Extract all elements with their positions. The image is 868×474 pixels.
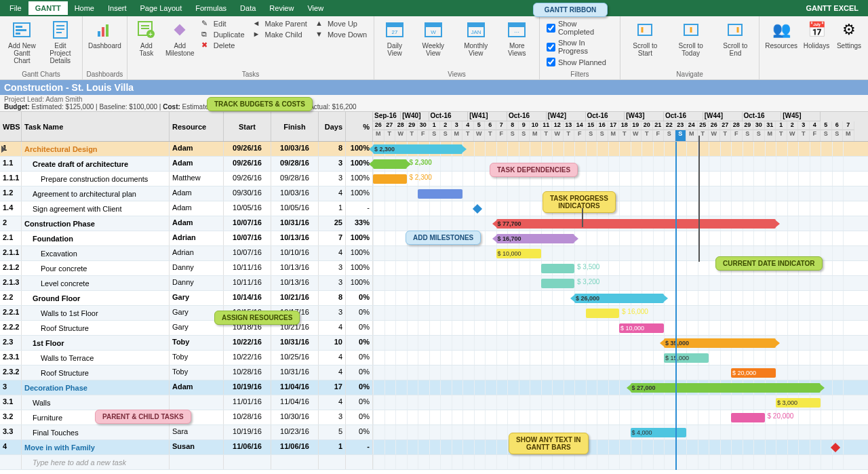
svg-rect-18: [387, 23, 403, 27]
ribbon-group-views: 27Daily ViewWWeekly ViewJANMonthly View⋯…: [374, 16, 540, 79]
task-row[interactable]: 1Architectural DesignAdam09/26/1610/03/1…: [0, 142, 868, 157]
gantt-bar[interactable]: $ 77,700: [496, 219, 776, 229]
ribbon-group-filters: Show Completed Show In Progress Show Pla…: [540, 16, 620, 79]
edit-project-details-button[interactable]: Edit ProjectDetails: [41, 18, 79, 66]
header-pct[interactable]: %: [346, 112, 373, 141]
svg-rect-8: [98, 31, 100, 37]
gantt-bar[interactable]: [541, 279, 575, 288]
gantt-bar[interactable]: [586, 309, 620, 318]
menu-item-home[interactable]: Home: [68, 1, 101, 15]
svg-rect-1: [16, 26, 22, 28]
add-gantt-chart-button[interactable]: Add NewGantt Chart: [3, 18, 41, 66]
move-down-button[interactable]: ▼Move Down: [315, 30, 367, 39]
calendar-icon: 27: [384, 19, 406, 41]
edit-task-button[interactable]: ✎Edit: [201, 19, 245, 28]
svg-rect-3: [16, 33, 20, 35]
menu-item-gantt[interactable]: GANTT: [28, 1, 68, 15]
callout-progress: TASK PROGRESSINDICATORS: [542, 191, 616, 213]
gantt-bar[interactable]: [373, 174, 407, 184]
calendar-icon: ⋯: [506, 19, 528, 41]
gantt-bar[interactable]: $ 27,000: [631, 383, 821, 393]
task-row[interactable]: Type here to add a new task: [0, 455, 868, 470]
milestone-icon: [169, 19, 191, 41]
callout-milestones: ADD MILESTONES: [406, 231, 481, 245]
make-parent-button[interactable]: ◄Make Parent: [253, 19, 307, 28]
scroll-start-button[interactable]: Scroll to Start: [623, 18, 667, 58]
header-start[interactable]: Start: [224, 112, 271, 141]
svg-rect-29: [638, 24, 652, 35]
svg-text:+: +: [149, 31, 153, 38]
task-row[interactable]: 2.3.2Roof StructureToby10/28/1610/31/164…: [0, 366, 868, 380]
task-row[interactable]: 4Move in with FamilySusan11/06/1611/06/1…: [0, 440, 868, 455]
gantt-bar[interactable]: $ 4,000: [631, 428, 687, 437]
menu-item-review[interactable]: Review: [262, 1, 300, 15]
filter-show-completed[interactable]: Show Completed: [547, 19, 613, 37]
holidays-icon: 📅: [806, 19, 827, 41]
task-row[interactable]: 2.2Ground FloorGary10/14/1610/21/1680%$ …: [0, 291, 868, 306]
task-row[interactable]: 1.1Create draft of architectureAdam09/26…: [0, 157, 868, 172]
gantt-bar[interactable]: $ 35,000: [664, 338, 776, 348]
duplicate-task-button[interactable]: ⧉Duplicate: [201, 30, 245, 39]
task-row[interactable]: 2.1.3Level concreteDanny10/11/1610/13/16…: [0, 276, 868, 291]
view-button-0[interactable]: 27Daily View: [377, 18, 412, 58]
gantt-bar[interactable]: $ 15,000: [664, 353, 709, 363]
task-row[interactable]: 2.2.2Roof StructureGary10/18/1610/21/164…: [0, 321, 868, 336]
svg-rect-16: [174, 24, 186, 36]
settings-button[interactable]: ⚙Settings: [833, 18, 865, 51]
parent-icon: ◄: [253, 19, 262, 28]
gantt-bar[interactable]: $ 10,000: [619, 323, 664, 333]
view-button-1[interactable]: WWeekly View: [412, 18, 454, 58]
menu-item-file[interactable]: File: [3, 1, 28, 15]
scroll-today-button[interactable]: Scroll to Today: [667, 18, 715, 58]
menu-item-formulas[interactable]: Formulas: [189, 1, 233, 15]
header-resource[interactable]: Resource: [170, 112, 224, 141]
gantt-bar[interactable]: [418, 189, 462, 199]
header-days[interactable]: Days: [319, 112, 346, 141]
menu-item-insert[interactable]: Insert: [101, 1, 134, 15]
filter-show-planned[interactable]: Show Planned: [547, 57, 613, 67]
task-row[interactable]: 2Construction PhaseAdam10/07/1610/31/162…: [0, 216, 868, 231]
task-row[interactable]: 1.2Agreement to architectural planAdam09…: [0, 186, 868, 201]
task-row[interactable]: 3.3Final TouchesSara10/19/1610/23/1650%$…: [0, 425, 868, 440]
task-row[interactable]: 3Decoration PhaseAdam10/19/1611/04/16170…: [0, 380, 868, 395]
menu-item-data[interactable]: Data: [233, 1, 262, 15]
task-row[interactable]: 2.31st FloorToby10/22/1610/31/16100%$ 35…: [0, 336, 868, 351]
delete-task-button[interactable]: ✖Delete: [201, 41, 245, 50]
gantt-bar[interactable]: $ 20,000: [731, 368, 776, 378]
dashboard-button[interactable]: Dashboard: [85, 18, 124, 51]
view-button-3[interactable]: ⋯More Views: [498, 18, 536, 58]
menu-item-page-layout[interactable]: Page Layout: [133, 1, 189, 15]
task-row[interactable]: 1.1.1Prepare construction documentsMatth…: [0, 172, 868, 186]
resources-icon: 👥: [770, 19, 792, 41]
holidays-button[interactable]: 📅Holidays: [800, 18, 833, 51]
header-finish[interactable]: Finish: [271, 112, 319, 141]
gantt-bar[interactable]: [731, 413, 765, 422]
make-child-button[interactable]: ►Make Child: [253, 30, 307, 39]
task-row[interactable]: 2.3.1Walls to TerraceToby10/22/1610/25/1…: [0, 351, 868, 366]
column-headers: WBS Task Name Resource Start Finish Days…: [0, 112, 868, 142]
header-task[interactable]: Task Name: [22, 112, 170, 141]
menu-item-view[interactable]: View: [300, 1, 330, 15]
task-row[interactable]: 3.1Walls11/01/1611/04/1640%$ 3,000: [0, 395, 868, 410]
add-task-button[interactable]: + AddTask: [130, 18, 163, 58]
ribbon: Add NewGantt Chart Edit ProjectDetails G…: [0, 16, 868, 80]
calendar-icon: JAN: [465, 19, 487, 41]
gantt-bar[interactable]: $ 10,000: [496, 249, 541, 258]
filter-show-in-progress[interactable]: Show In Progress: [547, 38, 613, 56]
gantt-bar[interactable]: $ 26,000: [574, 294, 664, 303]
task-row[interactable]: 1.4Sign agreement with ClientAdam10/05/1…: [0, 201, 868, 216]
gantt-bar[interactable]: $ 2,300: [373, 144, 462, 154]
menu-bar: FileGANTTHomeInsertPage LayoutFormulasDa…: [0, 0, 868, 16]
gantt-bar[interactable]: $ 16,700: [496, 234, 575, 243]
gantt-bar[interactable]: [373, 159, 407, 169]
scroll-end-button[interactable]: Scroll to End: [715, 18, 757, 58]
gantt-bar[interactable]: [541, 264, 575, 273]
view-button-2[interactable]: JANMonthly View: [454, 18, 498, 58]
task-row[interactable]: 2.2.1Walls to 1st FloorGary10/15/1610/17…: [0, 306, 868, 321]
move-up-button[interactable]: ▲Move Up: [315, 19, 367, 28]
gantt-bar[interactable]: $ 3,000: [776, 398, 821, 408]
svg-rect-10: [106, 24, 108, 37]
resources-button[interactable]: 👥Resources: [762, 18, 800, 51]
header-wbs[interactable]: WBS: [0, 112, 22, 141]
add-milestone-button[interactable]: AddMilestone: [163, 18, 197, 58]
